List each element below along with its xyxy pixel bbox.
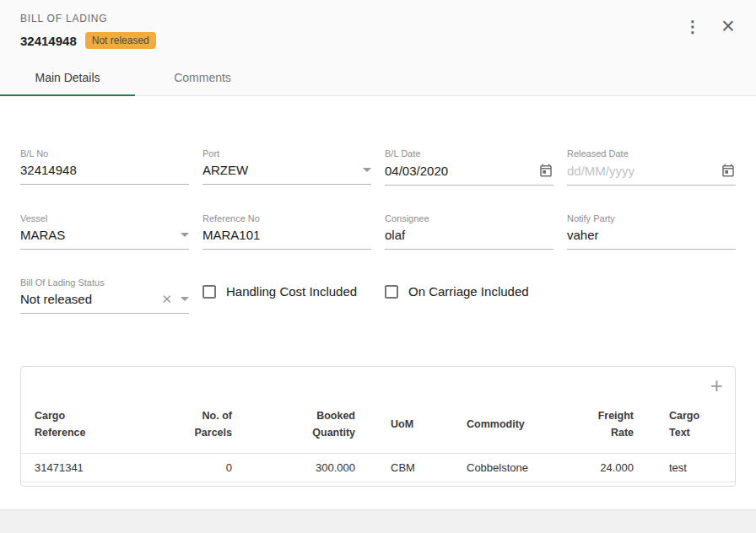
port-value: ARZEW [202,163,248,177]
cell-commodity: Cobbelstone [431,454,549,482]
cell-uom: CBM [355,454,431,482]
field-bl-no[interactable]: B/L No 32414948 [20,148,189,186]
field-reference-no[interactable]: Reference No MARA101 [202,213,371,250]
bl-no-value: 32414948 [20,163,77,177]
vessel-value: MARAS [20,228,65,242]
on-carriage-label: On Carriage Included [408,284,529,299]
col-cargo-text: Cargo Text [634,404,735,454]
released-date-placeholder: dd/MM/yyyy [567,164,634,178]
dialog-title: BILL OF LADING [20,13,736,24]
handling-cost-checkbox[interactable]: Handling Cost Included [202,284,371,299]
consignee-value: olaf [385,228,405,242]
add-cargo-line-icon[interactable]: + [710,374,723,396]
main-details-content: B/L No 32414948 Port ARZEW B/L Date 04/0… [0,148,756,314]
tab-comments[interactable]: Comments [135,59,270,95]
checkbox-unchecked-icon [202,285,216,299]
tab-main-details[interactable]: Main Details [0,59,135,95]
bl-no-label: B/L No [20,148,189,159]
reference-no-value: MARA101 [202,228,260,242]
cargo-table-row[interactable]: 31471341 0 300.000 CBM Cobbelstone 24.00… [21,454,735,482]
checkbox-unchecked-icon [385,285,398,299]
cargo-table-header-row: Cargo Reference No. of Parcels Booked Qu… [21,404,735,454]
field-consignee[interactable]: Consignee olaf [385,213,554,250]
clear-icon[interactable]: ✕ [161,293,172,305]
tab-bar: Main Details Comments [0,59,756,96]
field-notify-party[interactable]: Notify Party vaher [567,213,736,250]
kebab-menu-icon[interactable]: ⋮ [680,13,705,39]
handling-cost-label: Handling Cost Included [226,284,357,299]
bill-of-lading-dialog: BILL OF LADING 32414948 Not released ⋮ ×… [0,0,756,510]
notify-party-label: Notify Party [567,213,736,223]
cell-booked-quantity: 300.000 [232,454,355,482]
field-bl-date[interactable]: B/L Date 04/03/2020 [385,148,554,186]
cargo-card-toolbar: + [21,367,735,404]
field-released-date[interactable]: Released Date dd/MM/yyyy [567,148,736,186]
released-date-label: Released Date [567,148,736,159]
bl-date-label: B/L Date [385,148,554,159]
chevron-down-icon[interactable] [181,233,189,237]
vessel-label: Vessel [20,213,189,223]
port-label: Port [202,148,371,159]
cell-cargo-text: test [634,454,735,482]
bl-date-value: 04/03/2020 [385,164,448,178]
status-badge: Not released [85,32,156,49]
document-number: 32414948 [20,34,77,48]
col-cargo-reference: Cargo Reference [21,404,170,454]
cell-freight-rate: 24.000 [549,454,634,482]
cell-parcels: 0 [170,454,232,482]
field-vessel[interactable]: Vessel MARAS [20,213,189,250]
notify-party-value: vaher [567,228,599,242]
col-uom: UoM [355,404,431,454]
chevron-down-icon[interactable] [181,297,189,301]
close-icon[interactable]: × [716,13,741,39]
header-actions: ⋮ × [680,13,741,39]
reference-no-label: Reference No [202,213,371,223]
main-details-form: B/L No 32414948 Port ARZEW B/L Date 04/0… [20,148,736,314]
field-port[interactable]: Port ARZEW [202,148,371,186]
bl-status-value: Not released [20,292,92,306]
cell-cargo-reference: 31471341 [21,454,170,482]
col-booked-quantity: Booked Quantity [232,404,355,454]
col-freight-rate: Freight Rate [549,404,634,454]
calendar-icon[interactable] [538,163,554,178]
bl-status-label: Bill Of Lading Status [20,277,189,288]
calendar-icon[interactable] [721,163,736,178]
cargo-table: Cargo Reference No. of Parcels Booked Qu… [21,404,735,482]
col-commodity: Commodity [431,404,549,454]
chevron-down-icon[interactable] [363,168,371,172]
field-bl-status[interactable]: Bill Of Lading Status Not released ✕ [20,277,189,314]
consignee-label: Consignee [385,213,554,223]
on-carriage-checkbox[interactable]: On Carriage Included [385,284,554,299]
dialog-header: BILL OF LADING 32414948 Not released ⋮ × [0,0,756,59]
col-no-of-parcels: No. of Parcels [170,404,232,454]
cargo-lines-card: + Cargo Reference No. of Parcels [20,366,736,487]
